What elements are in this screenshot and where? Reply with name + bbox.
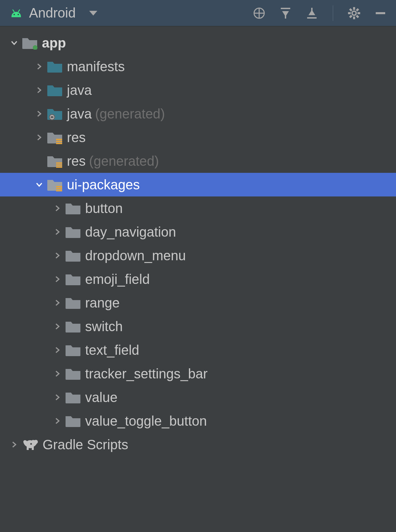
collapse-all-icon[interactable] [304, 6, 319, 21]
svg-line-3 [18, 10, 20, 12]
tree-node-label: value [85, 391, 118, 404]
tree-node-button[interactable]: button [0, 196, 396, 220]
svg-rect-33 [56, 190, 62, 191]
chevron-right-icon[interactable] [32, 133, 47, 142]
folder-icon [47, 60, 63, 73]
chevron-right-icon[interactable] [50, 275, 65, 284]
tree-node-java[interactable]: java [0, 78, 396, 102]
tree-node-java-generated[interactable]: java (generated) [0, 102, 396, 126]
chevron-right-icon[interactable] [32, 109, 47, 118]
folder-icon [65, 367, 81, 380]
tree-node-label: res [67, 154, 86, 168]
chevron-right-icon[interactable] [50, 393, 65, 402]
resource-folder-icon [47, 154, 63, 168]
tree-node-label: res [67, 131, 86, 144]
select-opened-file-icon[interactable] [252, 6, 267, 21]
folder-icon [65, 225, 81, 239]
chevron-down-icon[interactable] [7, 38, 22, 47]
svg-line-2 [13, 10, 14, 12]
svg-rect-20 [349, 8, 352, 11]
chevron-right-icon[interactable] [50, 228, 65, 236]
chevron-down-icon[interactable] [32, 180, 47, 189]
tree-node-day-navigation[interactable]: day_navigation [0, 220, 396, 244]
tree-node-suffix: (generated) [95, 107, 165, 121]
project-toolbar: Android [0, 0, 396, 26]
chevron-right-icon[interactable] [50, 204, 65, 213]
chevron-right-icon[interactable] [32, 86, 47, 95]
tree-node-label: Gradle Scripts [43, 438, 128, 451]
tree-node-value[interactable]: value [0, 385, 396, 409]
chevron-right-icon[interactable] [50, 417, 65, 425]
tree-node-text-field[interactable]: text_field [0, 338, 396, 362]
tree-node-switch[interactable]: switch [0, 315, 396, 338]
chevron-right-icon[interactable] [7, 440, 22, 449]
view-selector[interactable]: Android [8, 5, 97, 21]
svg-rect-30 [56, 166, 62, 168]
folder-icon [65, 414, 81, 428]
android-icon [8, 7, 24, 19]
tree-node-label: day_navigation [85, 225, 176, 239]
chevron-right-icon[interactable] [50, 369, 65, 378]
folder-icon [65, 296, 81, 310]
resource-folder-icon [47, 131, 63, 144]
tree-node-label: range [85, 296, 120, 310]
gear-icon[interactable] [347, 6, 362, 21]
folder-icon [65, 343, 81, 357]
svg-rect-29 [56, 164, 62, 166]
folder-icon [65, 391, 81, 404]
tree-node-label: java [67, 83, 92, 97]
project-panel: Android [0, 0, 396, 532]
svg-rect-28 [56, 162, 62, 164]
tree-node-label: dropdown_menu [85, 249, 186, 262]
tree-node-res-generated[interactable]: res (generated) [0, 149, 396, 173]
svg-rect-15 [353, 17, 355, 19]
tree-node-manifests[interactable]: manifests [0, 55, 396, 78]
gradle-icon [22, 438, 39, 451]
resource-folder-icon [47, 178, 63, 191]
chevron-right-icon[interactable] [32, 62, 47, 71]
toolbar-separator [333, 5, 333, 21]
tree-node-label: button [85, 202, 123, 215]
folder-icon [47, 83, 63, 97]
chevron-down-icon [89, 11, 97, 16]
folder-icon [65, 272, 81, 286]
svg-rect-18 [356, 8, 359, 11]
svg-point-13 [352, 11, 356, 15]
chevron-right-icon[interactable] [50, 298, 65, 307]
view-selector-label: Android [29, 5, 76, 21]
tree-node-range[interactable]: range [0, 291, 396, 315]
tree-node-dropdown-menu[interactable]: dropdown_menu [0, 244, 396, 267]
chevron-right-icon[interactable] [50, 346, 65, 354]
tree-node-value-toggle-button[interactable]: value_toggle_button [0, 409, 396, 433]
tree-node-label: ui-packages [67, 178, 140, 191]
svg-rect-26 [56, 141, 62, 142]
tree-node-label: switch [85, 320, 123, 333]
tree-node-ui-packages[interactable]: ui-packages [0, 173, 396, 196]
tree-node-emoji-field[interactable]: emoji_field [0, 267, 396, 291]
module-folder-icon [22, 36, 38, 50]
svg-rect-16 [348, 12, 351, 14]
svg-rect-32 [56, 188, 62, 189]
tree-node-label: manifests [67, 60, 125, 73]
tree-node-label: tracker_settings_bar [85, 367, 207, 380]
svg-point-0 [14, 14, 15, 15]
svg-rect-31 [56, 186, 62, 187]
tree-node-gradle-scripts[interactable]: Gradle Scripts [0, 433, 396, 456]
chevron-right-icon[interactable] [50, 251, 65, 260]
folder-icon [65, 320, 81, 333]
tree-node-label: emoji_field [85, 272, 150, 286]
tree-node-suffix: (generated) [89, 154, 159, 168]
chevron-right-icon[interactable] [50, 322, 65, 331]
tree-node-label: app [42, 36, 66, 50]
tree-node-res[interactable]: res [0, 126, 396, 149]
svg-rect-25 [56, 139, 62, 140]
project-tree[interactable]: app manifests java [0, 26, 396, 532]
expand-all-icon[interactable] [278, 6, 293, 21]
svg-point-1 [18, 14, 19, 15]
tree-node-tracker-settings-bar[interactable]: tracker_settings_bar [0, 362, 396, 385]
tree-node-label: java [67, 107, 92, 121]
tree-node-app[interactable]: app [0, 31, 396, 55]
svg-rect-21 [356, 15, 359, 18]
hide-panel-icon[interactable] [373, 6, 388, 21]
svg-rect-22 [376, 12, 385, 14]
